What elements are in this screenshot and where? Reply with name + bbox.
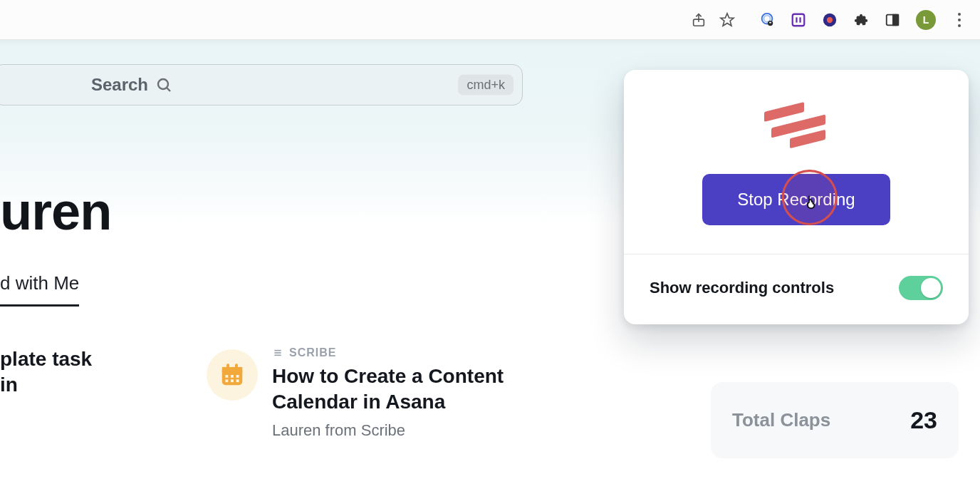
stop-recording-button[interactable]: Stop Recording bbox=[702, 174, 890, 225]
extensions-puzzle-icon[interactable] bbox=[853, 12, 869, 28]
tab-row: d with Me bbox=[0, 272, 79, 307]
bookmark-star-icon[interactable] bbox=[719, 12, 735, 28]
stats-label: Total Claps bbox=[732, 409, 830, 431]
share-icon[interactable] bbox=[691, 12, 707, 28]
svg-line-14 bbox=[167, 88, 171, 92]
tab-shared-with-me[interactable]: d with Me bbox=[0, 272, 79, 307]
extension-icon-2[interactable] bbox=[791, 12, 806, 28]
search-placeholder-text: Search bbox=[91, 75, 148, 95]
svg-rect-8 bbox=[799, 17, 801, 22]
calendar-icon bbox=[207, 349, 258, 401]
svg-rect-24 bbox=[236, 379, 239, 382]
card-body: SCRIBE How to Create a Content Calendar … bbox=[272, 346, 571, 440]
svg-rect-20 bbox=[231, 375, 234, 378]
svg-marker-1 bbox=[721, 13, 734, 25]
show-controls-label: Show recording controls bbox=[650, 279, 834, 297]
svg-rect-22 bbox=[226, 379, 229, 382]
profile-avatar[interactable]: L bbox=[916, 10, 936, 30]
app-surface: Search cmd+k uren d with Me plate task i… bbox=[0, 40, 980, 489]
show-controls-toggle[interactable] bbox=[899, 276, 943, 300]
document-card[interactable]: plate task in bbox=[0, 346, 114, 440]
card-type-line: SCRIBE bbox=[272, 346, 571, 359]
svg-rect-6 bbox=[793, 14, 805, 26]
stop-recording-label: Stop Recording bbox=[737, 190, 855, 209]
toggle-knob bbox=[921, 278, 941, 298]
svg-rect-18 bbox=[235, 364, 238, 369]
svg-rect-21 bbox=[236, 375, 239, 378]
card-body: plate task in bbox=[0, 346, 114, 398]
search-placeholder-group: Search bbox=[91, 75, 172, 95]
card-type-label: SCRIBE bbox=[289, 346, 336, 359]
stats-card-total-claps: Total Claps 23 bbox=[711, 382, 959, 458]
svg-rect-16 bbox=[222, 367, 243, 373]
card-author: Lauren from Scribe bbox=[272, 421, 571, 440]
svg-rect-23 bbox=[231, 379, 234, 382]
document-card[interactable]: SCRIBE How to Create a Content Calendar … bbox=[207, 346, 571, 440]
extension-popup: Stop Recording Show recording controls bbox=[624, 70, 969, 324]
svg-point-4 bbox=[768, 20, 773, 25]
browser-toolbar: L bbox=[0, 0, 980, 40]
search-shortcut-hint: cmd+k bbox=[458, 75, 514, 96]
svg-rect-12 bbox=[893, 14, 898, 25]
svg-point-10 bbox=[827, 16, 833, 22]
svg-rect-7 bbox=[796, 17, 797, 22]
svg-rect-17 bbox=[226, 364, 229, 369]
svg-rect-19 bbox=[226, 375, 229, 378]
page-title: uren bbox=[0, 181, 111, 242]
list-icon bbox=[272, 347, 283, 359]
popup-logo-area bbox=[624, 70, 969, 163]
extension-icon-1[interactable] bbox=[759, 12, 775, 28]
stats-value: 23 bbox=[910, 406, 937, 434]
scribe-logo-icon bbox=[764, 103, 828, 148]
card-title: How to Create a Content Calendar in Asan… bbox=[272, 364, 571, 416]
browser-menu-icon[interactable] bbox=[952, 12, 967, 28]
top-edge-shadow bbox=[0, 40, 980, 47]
svg-rect-5 bbox=[769, 21, 771, 23]
browser-actions: L bbox=[691, 10, 967, 30]
extension-icons-row: L bbox=[759, 10, 967, 30]
extension-icon-record[interactable] bbox=[822, 12, 838, 28]
search-icon bbox=[155, 76, 172, 93]
sidepanel-icon[interactable] bbox=[885, 12, 900, 28]
search-input[interactable]: Search cmd+k bbox=[0, 64, 523, 105]
popup-controls-row: Show recording controls bbox=[624, 254, 969, 324]
svg-point-13 bbox=[158, 79, 168, 89]
card-title: plate task in bbox=[0, 346, 114, 398]
